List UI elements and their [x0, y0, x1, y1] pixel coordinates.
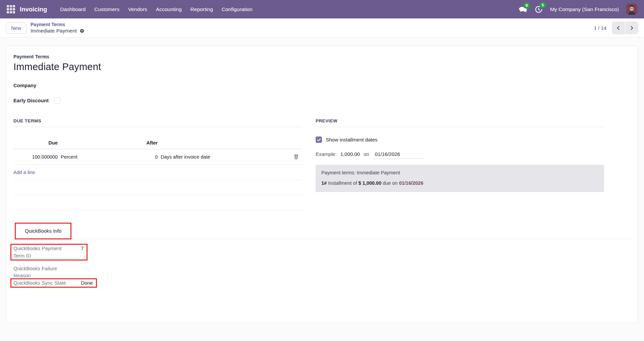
installment-line: 1# Installment of $ 1,000.00 due on 01/1…: [321, 180, 598, 186]
trash-icon: [293, 154, 299, 160]
installment-amount: $ 1,000.00: [358, 180, 381, 186]
apps-grid-icon[interactable]: [7, 5, 15, 13]
activities-button[interactable]: 5: [535, 5, 543, 13]
pager-count: 1 / 14: [594, 25, 606, 31]
breadcrumb-payment-terms[interactable]: Payment Terms: [31, 21, 85, 27]
previous-record-button[interactable]: [612, 21, 625, 34]
qb-failure-reason-row: QuickBooks Failure Reason: [13, 265, 81, 280]
after-unit-cell[interactable]: Days after invoice date: [158, 154, 288, 160]
activities-badge: 5: [539, 2, 546, 8]
terms-preview-panel: Payment terms: Immediate Payment 1# Inst…: [316, 165, 604, 192]
add-a-line-link[interactable]: Add a line: [13, 170, 35, 175]
notebook-tab-bar: QuickBooks Info: [13, 223, 631, 239]
main-menu: Dashboard Customers Vendors Accounting R…: [56, 0, 257, 18]
example-amount-field[interactable]: 1,000.00: [340, 151, 360, 157]
preview-section: PREVIEW Show installment dates Example: …: [316, 118, 604, 210]
control-panel: New Payment Terms Immediate Payment 1 / …: [0, 18, 644, 38]
example-row: Example: 1,000.00 on: [316, 151, 604, 159]
company-field-label: Company: [13, 82, 631, 88]
record-pager: 1 / 14: [594, 21, 638, 34]
example-date-input[interactable]: [373, 151, 424, 159]
due-value-cell[interactable]: 100.000000: [13, 154, 58, 160]
menu-accounting[interactable]: Accounting: [152, 0, 186, 18]
qb-failure-reason-label: QuickBooks Failure Reason: [13, 265, 70, 280]
example-label: Example:: [316, 151, 337, 157]
qb-payment-term-id-value: 7: [81, 245, 84, 252]
due-terms-row[interactable]: 100.000000 Percent 0 Days after invoice …: [13, 149, 302, 165]
chevron-right-icon: [630, 26, 634, 30]
show-installment-checkbox[interactable]: [316, 136, 322, 143]
chevron-left-icon: [616, 26, 621, 30]
due-terms-section: DUE TERMS Due After 100.000000 Percent 0…: [13, 118, 302, 210]
quickbooks-fields: QuickBooks Payment Term ID 7 QuickBooks …: [13, 244, 631, 288]
record-name-field[interactable]: Immediate Payment: [13, 61, 631, 72]
breadcrumb: Payment Terms Immediate Payment: [31, 21, 85, 34]
early-discount-row: Early Discount: [13, 97, 631, 104]
due-terms-title: DUE TERMS: [13, 118, 302, 127]
form-sheet: Payment Terms Immediate Payment Company …: [6, 46, 638, 323]
installment-due-on: due on: [383, 180, 397, 186]
company-switcher[interactable]: My Company (San Francisco): [550, 6, 619, 12]
menu-reporting[interactable]: Reporting: [186, 0, 217, 18]
early-discount-checkbox[interactable]: [54, 97, 61, 104]
messages-badge: 8: [523, 3, 530, 9]
menu-vendors[interactable]: Vendors: [124, 0, 152, 18]
new-button[interactable]: New: [6, 22, 26, 34]
preview-title: PREVIEW: [316, 118, 604, 127]
delete-row-button[interactable]: [293, 153, 300, 160]
column-header-due: Due: [13, 140, 58, 146]
annotation-box-payment-term-id: QuickBooks Payment Term ID 7: [10, 244, 88, 261]
example-on-label: on: [364, 151, 369, 157]
qb-sync-state-label: QuickBooks Sync State: [13, 279, 70, 287]
gear-icon: [79, 29, 85, 34]
menu-customers[interactable]: Customers: [90, 0, 124, 18]
app-name[interactable]: Invoicing: [20, 6, 47, 13]
installment-number: 1#: [321, 180, 327, 186]
qb-payment-term-id-label: QuickBooks Payment Term ID: [13, 245, 70, 260]
qb-sync-state-value: Done: [81, 279, 93, 287]
menu-configuration[interactable]: Configuration: [217, 0, 257, 18]
checkmark-icon: [317, 138, 321, 141]
annotation-box-tab: QuickBooks Info: [15, 223, 71, 239]
due-terms-table: Due After 100.000000 Percent 0 Days afte…: [13, 136, 302, 210]
add-line-row: Add a line: [13, 165, 302, 180]
show-installment-row: Show installment dates: [316, 136, 604, 143]
due-unit-cell[interactable]: Percent: [58, 154, 118, 160]
actions-gear-button[interactable]: [79, 29, 85, 34]
annotation-box-sync-state: QuickBooks Sync State Done: [10, 278, 97, 288]
early-discount-label: Early Discount: [13, 98, 49, 103]
record-type-label: Payment Terms: [13, 54, 631, 59]
after-value-cell[interactable]: 0: [118, 154, 158, 160]
show-installment-label: Show installment dates: [326, 137, 377, 143]
due-terms-header-row: Due After: [13, 136, 302, 149]
empty-table-row: [13, 195, 302, 210]
installment-text: Installment of: [328, 180, 357, 186]
tab-quickbooks-info[interactable]: QuickBooks Info: [16, 224, 70, 238]
user-avatar[interactable]: [626, 4, 637, 15]
next-record-button[interactable]: [625, 21, 638, 34]
top-navbar: Invoicing Dashboard Customers Vendors Ac…: [0, 0, 644, 18]
notebook: QuickBooks Info QuickBooks Payment Term …: [13, 223, 631, 288]
navbar-right: 8 5 My Company (San Francisco): [519, 4, 637, 15]
menu-dashboard[interactable]: Dashboard: [56, 0, 90, 18]
preview-summary-line: Payment terms: Immediate Payment: [321, 170, 598, 175]
installment-date: 01/16/2026: [399, 180, 423, 186]
column-header-after: After: [118, 140, 158, 146]
messages-button[interactable]: 8: [519, 6, 527, 13]
breadcrumb-current: Immediate Payment: [31, 27, 77, 34]
empty-table-row: [13, 180, 302, 195]
